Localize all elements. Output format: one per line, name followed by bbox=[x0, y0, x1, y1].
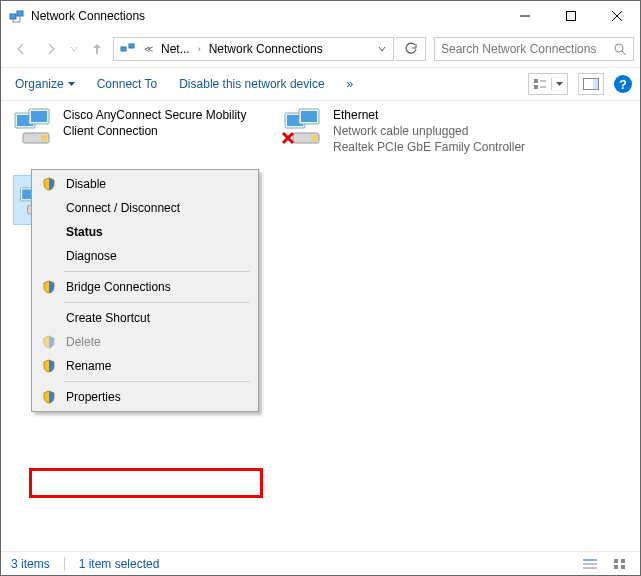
svg-point-8 bbox=[615, 44, 623, 52]
svg-rect-15 bbox=[593, 79, 598, 89]
search-input[interactable]: Search Network Connections bbox=[434, 37, 634, 61]
maximize-button[interactable] bbox=[548, 1, 594, 31]
network-adapter-icon bbox=[281, 107, 329, 155]
address-dropdown[interactable] bbox=[371, 45, 393, 53]
address-bar[interactable]: ≪ Net... › Network Connections bbox=[113, 37, 394, 61]
status-bar: 3 items 1 item selected bbox=[1, 551, 640, 575]
close-button[interactable] bbox=[594, 1, 640, 31]
content-area: Cisco AnyConnect Secure Mobility Client … bbox=[1, 101, 640, 559]
breadcrumb-separator: ≪ bbox=[142, 44, 155, 54]
window-title: Network Connections bbox=[31, 9, 502, 23]
shield-icon bbox=[40, 177, 58, 191]
svg-rect-38 bbox=[614, 565, 618, 569]
breadcrumb-seg-2[interactable]: Network Connections bbox=[203, 38, 329, 60]
preview-pane-button[interactable] bbox=[578, 73, 604, 95]
chevron-down-icon bbox=[552, 81, 567, 88]
large-icons-view-button[interactable] bbox=[610, 556, 630, 572]
item-count: 3 items bbox=[11, 557, 50, 571]
view-options[interactable] bbox=[528, 73, 568, 95]
menu-separator bbox=[64, 271, 250, 272]
network-adapter-icon bbox=[11, 107, 59, 155]
menu-diagnose[interactable]: Diagnose bbox=[34, 244, 256, 268]
shield-icon bbox=[40, 280, 58, 294]
svg-rect-25 bbox=[301, 111, 317, 122]
chevron-down-icon bbox=[68, 81, 75, 88]
network-connections-icon bbox=[9, 8, 25, 24]
context-menu: Disable Connect / Disconnect Status Diag… bbox=[31, 169, 259, 412]
connection-item-ethernet[interactable]: Ethernet Network cable unplugged Realtek… bbox=[281, 107, 531, 156]
svg-line-9 bbox=[622, 51, 626, 55]
svg-rect-21 bbox=[41, 135, 47, 141]
annotation-highlight bbox=[29, 468, 263, 498]
help-button[interactable]: ? bbox=[614, 75, 632, 93]
shield-icon bbox=[40, 335, 58, 349]
svg-rect-6 bbox=[121, 47, 126, 51]
svg-rect-36 bbox=[614, 559, 618, 563]
recent-locations-button[interactable] bbox=[67, 35, 81, 63]
organize-menu[interactable]: Organize bbox=[9, 73, 81, 95]
search-placeholder: Search Network Connections bbox=[441, 42, 614, 56]
connection-item-cisco[interactable]: Cisco AnyConnect Secure Mobility Client … bbox=[11, 107, 261, 156]
shield-icon bbox=[40, 359, 58, 373]
menu-create-shortcut[interactable]: Create Shortcut bbox=[34, 306, 256, 330]
svg-rect-10 bbox=[534, 79, 538, 83]
forward-button[interactable] bbox=[37, 35, 65, 63]
connection-name: Cisco AnyConnect Secure Mobility Client … bbox=[63, 107, 261, 139]
network-icon bbox=[120, 41, 136, 57]
more-commands-button[interactable]: » bbox=[341, 73, 360, 95]
refresh-button[interactable] bbox=[396, 37, 426, 61]
menu-disable[interactable]: Disable bbox=[34, 172, 256, 196]
menu-separator bbox=[64, 302, 250, 303]
shield-icon bbox=[40, 390, 58, 404]
menu-separator bbox=[64, 381, 250, 382]
search-icon bbox=[614, 43, 627, 56]
svg-rect-19 bbox=[31, 111, 47, 122]
menu-properties[interactable]: Properties bbox=[34, 385, 256, 409]
breadcrumb-seg-1[interactable]: Net... bbox=[155, 38, 196, 60]
menu-bridge[interactable]: Bridge Connections bbox=[34, 275, 256, 299]
svg-rect-7 bbox=[129, 44, 134, 48]
menu-rename[interactable]: Rename bbox=[34, 354, 256, 378]
svg-rect-0 bbox=[10, 14, 16, 19]
svg-rect-11 bbox=[534, 85, 538, 89]
titlebar: Network Connections bbox=[1, 1, 640, 31]
svg-rect-1 bbox=[17, 11, 23, 16]
svg-rect-3 bbox=[567, 12, 576, 21]
svg-rect-37 bbox=[621, 559, 625, 563]
back-button[interactable] bbox=[7, 35, 35, 63]
menu-delete[interactable]: Delete bbox=[34, 330, 256, 354]
svg-rect-27 bbox=[311, 135, 317, 141]
details-view-button[interactable] bbox=[580, 556, 600, 572]
connect-to-button[interactable]: Connect To bbox=[91, 73, 164, 95]
connection-name: Ethernet bbox=[333, 107, 525, 123]
up-button[interactable] bbox=[83, 35, 111, 63]
view-mode-icon bbox=[529, 78, 552, 90]
minimize-button[interactable] bbox=[502, 1, 548, 31]
command-bar: Organize Connect To Disable this network… bbox=[1, 67, 640, 101]
navbar: ≪ Net... › Network Connections Search Ne… bbox=[1, 31, 640, 67]
menu-connect-disconnect[interactable]: Connect / Disconnect bbox=[34, 196, 256, 220]
selection-count: 1 item selected bbox=[79, 557, 160, 571]
disable-device-button[interactable]: Disable this network device bbox=[173, 73, 330, 95]
svg-rect-39 bbox=[621, 565, 625, 569]
menu-status[interactable]: Status bbox=[34, 220, 256, 244]
connection-device: Realtek PCIe GbE Family Controller bbox=[333, 139, 525, 155]
connection-status: Network cable unplugged bbox=[333, 123, 525, 139]
